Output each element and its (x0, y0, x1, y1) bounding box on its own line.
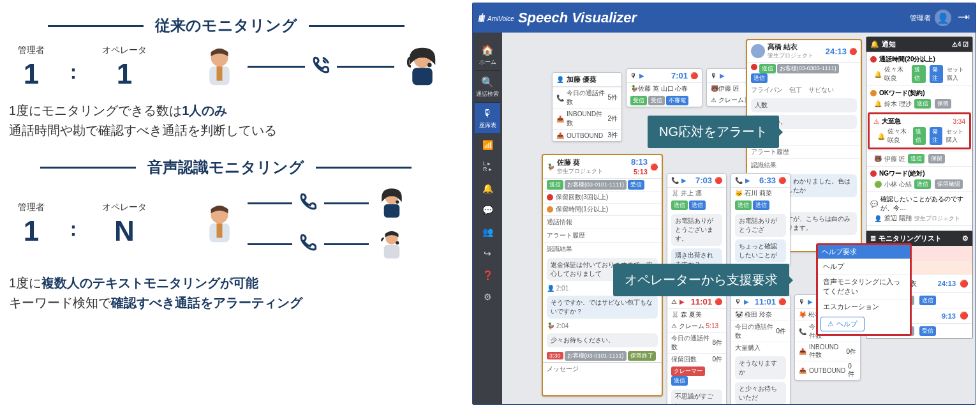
header-avatar-icon[interactable]: 👤 (935, 10, 951, 26)
help-button[interactable]: ⚠ ヘルプ (820, 317, 865, 331)
connection-line (337, 66, 394, 68)
help-item[interactable]: エスカレーション (818, 299, 910, 314)
side-help[interactable]: ❓ (473, 264, 502, 286)
svg-rect-13 (384, 245, 400, 259)
svg-rect-4 (412, 68, 433, 85)
notif-row[interactable]: OKワード(契約) 🔔 鈴木 理沙送信保留 (866, 86, 972, 111)
wave-icon: ıılıı (478, 11, 484, 25)
side-settings[interactable]: ⚙ (473, 286, 502, 308)
side-bell[interactable]: 🔔 (473, 178, 502, 199)
section1-desc: 1度にモニタリングできる数は1人のみ 通話時間や勘で確認すべき通話を判断している (9, 101, 447, 140)
side-home[interactable]: 🏠ホーム (475, 39, 500, 71)
app-logo: ıılıı AmiVoice Speech Visualizer (478, 10, 637, 26)
connection-line (248, 66, 305, 68)
svg-rect-2 (217, 66, 223, 81)
card-1101b[interactable]: 🎙▶11:01🔴 🐼 桜田 玲奈 今日の通話件数0件 大量購入 そうなりますか … (731, 294, 791, 404)
ratio1-b: 1 (102, 60, 147, 88)
header-user: 管理者 (910, 13, 931, 23)
card-703[interactable]: 📞▶7:03🔴 🐰 井上 凛 送信送信 お電話ありがとうございます。 湧き出荷さ… (667, 173, 727, 275)
panel-notifications: 🔔通知⚠4 ☑ 通話時間(20分以上) 🔔 佐々木 咲良送信発注セット購入 OK… (866, 36, 973, 261)
list-icon: ≣ (870, 234, 876, 243)
operator-avatar (374, 185, 410, 221)
card-kato[interactable]: 👤加藤 優葵 📞今日の通話件数5件 📥INBOUND件数2件 📤OUTBOUND… (552, 72, 622, 142)
side-search[interactable]: 🔍通話検索 (475, 71, 500, 103)
side-lr[interactable]: L ▸R ▸ (473, 156, 502, 178)
side-users[interactable]: 👥 (473, 221, 502, 243)
callout-help-request: オペレーターから支援要求 (613, 264, 789, 296)
help-title: ヘルプ要求 (818, 245, 910, 259)
svg-point-5 (427, 63, 432, 67)
notif-row[interactable]: 🐻 伊藤 匠送信保留 (866, 151, 972, 166)
operator-avatar (399, 43, 445, 89)
card-1101a[interactable]: ⚠▶11:01🔴 🐰 森 夏美 ⚠ クレーム 5:13 今日の通話件数8件 保留… (667, 294, 727, 404)
svg-point-11 (396, 200, 399, 204)
section1-title: 従来のモニタリング (5, 15, 447, 36)
operator-label: オペレータ (102, 45, 147, 56)
logout-icon[interactable]: ⭲ (958, 11, 970, 26)
side-chat[interactable]: 💬 (473, 199, 502, 221)
svg-rect-10 (384, 204, 400, 218)
ratio1-a: 1 (18, 60, 45, 88)
help-item[interactable]: ヘルプ (818, 259, 910, 274)
ratio-row-2: 管理者 1 ： オペレータ N (5, 185, 447, 262)
notif-row[interactable]: 💬 確認したいことがあるのですが、今… 👤 渡辺 陽翔 蛍生プロジェクト (866, 192, 972, 225)
operator-avatar (374, 226, 410, 262)
svg-rect-8 (217, 223, 223, 238)
notif-row[interactable]: 通話時間(20分以上) 🔔 佐々木 咲良送信発注セット購入 (866, 52, 972, 86)
side-seat[interactable]: 🎙座席表 (475, 103, 500, 134)
card-sato-yamaguchi[interactable]: 🎙▶7:01🔴 🦆佐藤 英 山口 心春 受信受信不審電 (626, 68, 702, 107)
manager-avatar (197, 200, 242, 246)
side-export[interactable]: ↪ (473, 243, 502, 264)
notif-row[interactable]: NGワード(絶対) 🟢 小林 心結送信保留確認 (866, 166, 972, 192)
app-sidebar: 🏠ホーム 🔍通話検索 🎙座席表 📶 L ▸R ▸ 🔔 💬 👥 ↪ ❓ ⚙ (473, 33, 502, 404)
admin-label: 管理者 (18, 45, 45, 56)
notif-row-alert-highlight[interactable]: ⚠大至急3:34 🔔 佐々木 咲良送信発注セット購入 (868, 112, 971, 149)
callout-ng-alert: NG応対をアラート (648, 116, 779, 148)
manager-avatar (197, 43, 242, 89)
phone-icon (310, 54, 332, 79)
phone-icon (297, 232, 319, 256)
workspace: 👤加藤 優葵 📞今日の通話件数5件 📥INBOUND件数2件 📤OUTBOUND… (502, 33, 976, 404)
app-header: ıılıı AmiVoice Speech Visualizer 管理者 👤 ⭲ (473, 3, 976, 33)
help-popup: ヘルプ要求 ヘルプ 音声モニタリングに入ってください エスカレーション ⚠ ヘル… (816, 243, 912, 336)
left-column: 従来のモニタリング 管理者 1 ： オペレータ 1 1度にモニ (0, 0, 459, 329)
bell-icon: 🔔 (870, 40, 879, 49)
section2-desc: 1度に複数人のテキストモニタリングが可能 キーワード検知で確認すべき通話をアラー… (9, 273, 447, 313)
side-stats[interactable]: 📶 (473, 134, 502, 156)
phone-icon (297, 191, 319, 215)
help-item[interactable]: 音声モニタリングに入ってください (818, 274, 910, 299)
section2-title: 音声認識モニタリング (5, 157, 447, 178)
svg-point-14 (396, 241, 399, 245)
ratio-row-1: 管理者 1 ： オペレータ 1 (5, 43, 447, 89)
card-633[interactable]: 📞▶6:33🔴 🐱 石川 莉菜 送信送信 お電話ありがとうござ ちょっと確認した… (731, 173, 791, 266)
gear-icon[interactable]: ⚙ (962, 234, 969, 243)
app-window: ıılıı AmiVoice Speech Visualizer 管理者 👤 ⭲… (472, 3, 976, 405)
